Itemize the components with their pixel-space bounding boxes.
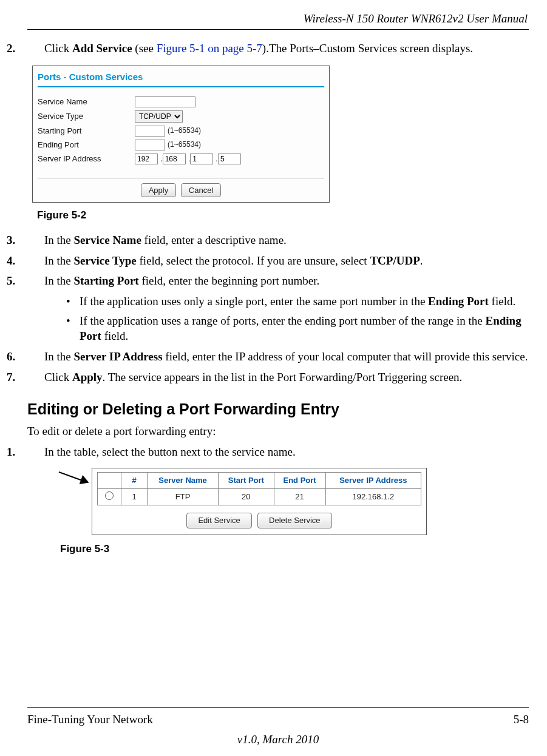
step-3-num: 3. (27, 232, 44, 248)
panel-rule (38, 86, 324, 87)
cell-name: FTP (148, 488, 219, 505)
section-intro: To edit or delete a port forwarding entr… (27, 424, 529, 439)
service-type-bold: Service Type (74, 254, 137, 267)
service-name-bold: Service Name (74, 234, 141, 246)
server-ip-label: Server IP Address (38, 154, 135, 164)
bullet-2-b: field. (101, 329, 128, 342)
step-5: 5.In the Starting Port field, enter the … (27, 273, 529, 289)
step-7-b: . The service appears in the list in the… (103, 371, 463, 383)
s2-step-1-num: 1. (27, 444, 44, 460)
footer-rule (27, 707, 529, 708)
step-7-num: 7. (27, 370, 44, 385)
step-4: 4.In the Service Type field, select the … (27, 253, 529, 269)
delete-service-button[interactable]: Delete Service (257, 513, 332, 528)
starting-port-range: (1~65534) (168, 126, 201, 135)
ending-port-bold-1: Ending Port (428, 295, 489, 308)
section2-step-1: 1.In the table, select the button next t… (27, 444, 529, 460)
step-6-num: 6. (27, 349, 44, 365)
apply-button[interactable]: Apply (141, 183, 177, 198)
section-heading: Editing or Deleting a Port Forwarding En… (27, 399, 529, 420)
cell-end: 21 (274, 488, 325, 505)
panel-divider (38, 178, 324, 178)
footer-center: v1.0, March 2010 (27, 732, 529, 748)
step-4-num: 4. (27, 253, 44, 269)
panel-title: Ports - Custom Services (33, 66, 329, 86)
ip-oct4-input[interactable] (218, 154, 241, 164)
row-select-radio[interactable] (105, 491, 114, 500)
col-server-ip: Server IP Address (325, 473, 421, 489)
step-5-num: 5. (27, 273, 44, 289)
figure-5-1-link[interactable]: Figure 5-1 on page 5-7 (157, 42, 262, 55)
bullet-1-b: field. (489, 295, 515, 308)
doc-title: Wireless-N 150 Router WNR612v2 User Manu… (27, 11, 529, 27)
service-name-input[interactable] (135, 96, 195, 107)
server-ip-bold: Server IP Address (74, 350, 163, 363)
ports-custom-services-panel: Ports - Custom Services Service Name Ser… (32, 66, 330, 203)
step-4-b: field, select the protocol. If you are u… (137, 254, 370, 267)
starting-port-label: Starting Port (38, 126, 135, 137)
ip-oct2-input[interactable] (163, 154, 186, 164)
edit-service-button[interactable]: Edit Service (186, 513, 251, 528)
add-service-label: Add Service (72, 42, 132, 55)
step-7-a: Click (44, 371, 72, 383)
tcpudp-bold: TCP/UDP (370, 254, 420, 267)
ending-port-label: Ending Port (38, 140, 135, 150)
ip-oct3-input[interactable] (190, 154, 213, 164)
col-num: # (121, 473, 148, 489)
table-row: 1 FTP 20 21 192.168.1.2 (98, 488, 421, 505)
step-4-c: . (420, 254, 423, 267)
cell-ip: 192.168.1.2 (325, 488, 421, 505)
service-type-select[interactable]: TCP/UDP (135, 110, 183, 123)
figure-5-3-caption: Figure 5-3 (60, 542, 529, 556)
bullet-1-a: If the application uses only a single po… (80, 295, 428, 308)
cell-start: 20 (219, 488, 274, 505)
ending-port-input[interactable] (135, 140, 165, 150)
step-6: 6.In the Server IP Address field, enter … (27, 349, 529, 365)
bullet-2-a: If the application uses a range of ports… (80, 314, 485, 327)
step-6-b: field, enter the IP address of your loca… (163, 350, 528, 363)
ending-port-range: (1~65534) (168, 140, 201, 149)
step-5-a: In the (44, 274, 74, 287)
starting-port-input[interactable] (135, 126, 165, 137)
step-7: 7.Click Apply. The service appears in th… (27, 370, 529, 385)
service-table: # Server Name Start Port End Port Server… (97, 472, 421, 505)
step-4-a: In the (44, 254, 74, 267)
step-2: 2.Click Add Service (see Figure 5-1 on p… (27, 41, 529, 56)
col-server-name: Server Name (148, 473, 219, 489)
ip-oct1-input[interactable] (135, 154, 158, 164)
bullet-2: If the application uses a range of ports… (64, 313, 529, 344)
step-2-text-c: ).The Ports–Custom Services screen displ… (262, 42, 473, 55)
step-2-text-b: (see (132, 42, 157, 55)
col-radio (98, 473, 121, 489)
step-2-num: 2. (27, 41, 44, 56)
step-2-text-a: Click (44, 42, 72, 55)
footer-right: 5-8 (514, 712, 529, 727)
col-start-port: Start Port (219, 473, 274, 489)
col-end-port: End Port (274, 473, 325, 489)
apply-bold: Apply (72, 371, 103, 383)
step-3-a: In the (44, 234, 74, 246)
pointer-arrow-icon (58, 468, 88, 494)
figure-5-2-caption: Figure 5-2 (37, 209, 529, 223)
cell-num: 1 (121, 488, 148, 505)
step-5-b: field, enter the beginning port number. (139, 274, 320, 287)
port-forwarding-table-panel: # Server Name Start Port End Port Server… (92, 468, 427, 535)
header-rule (27, 29, 529, 30)
step-6-a: In the (44, 350, 74, 363)
service-type-label: Service Type (38, 111, 135, 122)
footer-left: Fine-Tuning Your Network (27, 712, 153, 727)
service-name-label: Service Name (38, 96, 135, 107)
cancel-button[interactable]: Cancel (181, 183, 221, 198)
step-3: 3.In the Service Name field, enter a des… (27, 232, 529, 248)
step-3-b: field, enter a descriptive name. (141, 234, 287, 246)
bullet-1: If the application uses only a single po… (64, 294, 529, 309)
s2-step-1-text: In the table, select the button next to … (44, 445, 296, 458)
starting-port-bold: Starting Port (74, 274, 139, 287)
